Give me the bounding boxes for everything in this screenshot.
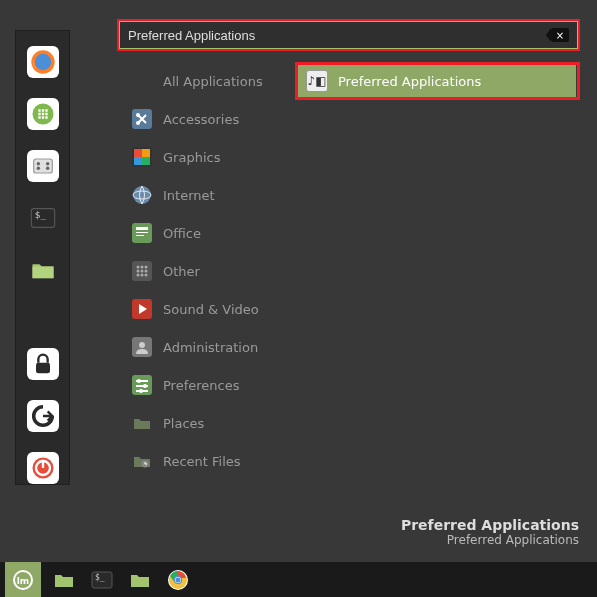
svg-point-46 — [143, 384, 147, 388]
svg-point-48 — [139, 389, 143, 393]
other-icon — [131, 260, 153, 282]
category-accessories[interactable]: Accessories — [127, 100, 287, 138]
svg-rect-27 — [136, 232, 148, 233]
svg-point-6 — [36, 167, 40, 171]
result-label: Preferred Applications — [338, 74, 481, 89]
category-administration[interactable]: Administration — [127, 328, 287, 366]
svg-point-34 — [141, 270, 144, 273]
category-label: Other — [163, 264, 200, 279]
office-icon — [131, 222, 153, 244]
admin-icon — [131, 336, 153, 358]
svg-point-23 — [133, 186, 151, 204]
svg-rect-20 — [142, 149, 150, 157]
svg-rect-19 — [134, 149, 142, 157]
svg-point-35 — [145, 270, 148, 273]
search-input[interactable] — [128, 28, 551, 43]
svg-rect-10 — [32, 267, 53, 279]
taskbar-chrome[interactable] — [163, 566, 193, 594]
files-icon[interactable] — [27, 254, 59, 286]
taskbar: lm $_ — [0, 562, 597, 597]
result-preferred-applications[interactable]: ♪◧ Preferred Applications — [298, 65, 576, 97]
lock-icon[interactable] — [27, 348, 59, 380]
hexchat-icon[interactable] — [27, 98, 59, 130]
taskbar-menu-button[interactable]: lm — [5, 562, 41, 597]
svg-rect-11 — [36, 363, 50, 374]
category-graphics[interactable]: Graphics — [127, 138, 287, 176]
category-office[interactable]: Office — [127, 214, 287, 252]
svg-text:$_: $_ — [34, 209, 46, 220]
favorites-sidebar: $_ — [15, 30, 70, 485]
svg-point-16 — [136, 113, 140, 117]
search-bar: × — [119, 21, 578, 49]
scissors-icon — [131, 108, 153, 130]
category-label: Sound & Video — [163, 302, 259, 317]
svg-point-38 — [145, 274, 148, 277]
taskbar-files-2[interactable] — [125, 566, 155, 594]
result-tooltip: Preferred Applications Preferred Applica… — [401, 517, 579, 547]
svg-text:lm: lm — [17, 576, 29, 586]
internet-icon — [131, 184, 153, 206]
result-highlight: ♪◧ Preferred Applications — [295, 62, 580, 100]
search-bar-highlight: × — [117, 19, 580, 51]
svg-point-5 — [45, 162, 49, 166]
category-all-applications[interactable]: All Applications — [127, 62, 287, 100]
svg-point-41 — [139, 342, 145, 348]
category-sound-video[interactable]: Sound & Video — [127, 290, 287, 328]
taskbar-terminal[interactable]: $_ — [87, 566, 117, 594]
svg-rect-3 — [33, 159, 52, 173]
folder-icon — [131, 412, 153, 434]
category-list: All Applications Accessories Graphics In… — [127, 62, 287, 480]
tooltip-subtitle: Preferred Applications — [401, 533, 579, 547]
firefox-icon[interactable] — [27, 46, 59, 78]
svg-rect-22 — [142, 157, 150, 165]
svg-point-33 — [137, 270, 140, 273]
tooltip-title: Preferred Applications — [401, 517, 579, 533]
svg-rect-28 — [136, 235, 144, 236]
power-icon[interactable] — [27, 452, 59, 484]
category-label: Accessories — [163, 112, 239, 127]
svg-point-30 — [137, 266, 140, 269]
category-other[interactable]: Other — [127, 252, 287, 290]
svg-text:$_: $_ — [95, 573, 105, 582]
recent-folder-icon — [131, 450, 153, 472]
category-internet[interactable]: Internet — [127, 176, 287, 214]
category-label: Places — [163, 416, 204, 431]
category-label: Preferences — [163, 378, 239, 393]
svg-rect-21 — [134, 157, 142, 165]
category-label: All Applications — [163, 74, 263, 89]
category-label: Internet — [163, 188, 215, 203]
software-manager-icon[interactable] — [27, 150, 59, 182]
category-preferences[interactable]: Preferences — [127, 366, 287, 404]
clear-search-button[interactable]: × — [551, 28, 569, 42]
svg-rect-26 — [136, 227, 148, 230]
svg-point-59 — [176, 577, 181, 582]
graphics-icon — [131, 146, 153, 168]
play-icon — [131, 298, 153, 320]
svg-point-36 — [137, 274, 140, 277]
svg-point-1 — [34, 54, 50, 70]
category-label: Administration — [163, 340, 258, 355]
svg-point-37 — [141, 274, 144, 277]
svg-point-44 — [137, 379, 141, 383]
category-label: Graphics — [163, 150, 220, 165]
svg-point-31 — [141, 266, 144, 269]
svg-point-32 — [145, 266, 148, 269]
category-label: Office — [163, 226, 201, 241]
preferences-icon — [131, 374, 153, 396]
preferred-apps-icon: ♪◧ — [306, 70, 328, 92]
svg-point-7 — [45, 167, 49, 171]
category-label: Recent Files — [163, 454, 241, 469]
logout-icon[interactable] — [27, 400, 59, 432]
terminal-icon[interactable]: $_ — [27, 202, 59, 234]
category-places[interactable]: Places — [127, 404, 287, 442]
taskbar-files[interactable] — [49, 566, 79, 594]
category-recent-files[interactable]: Recent Files — [127, 442, 287, 480]
svg-point-4 — [36, 162, 40, 166]
svg-point-17 — [136, 121, 140, 125]
